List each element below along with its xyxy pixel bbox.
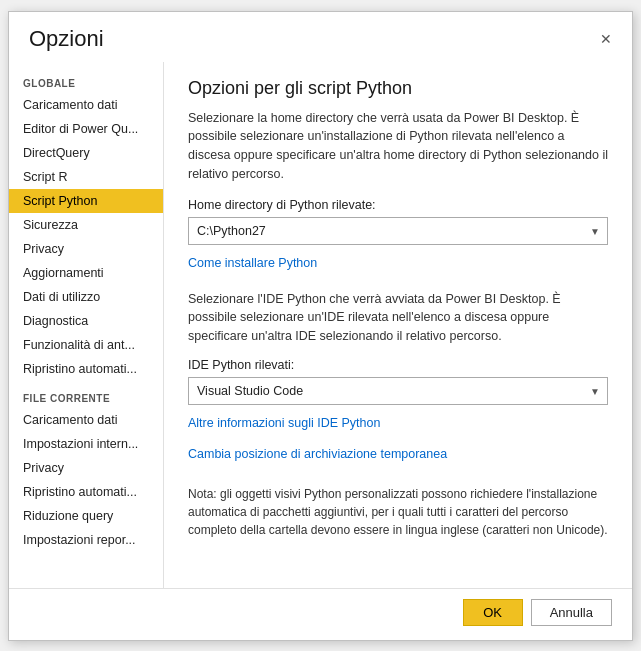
sidebar-section-file: FILE CORRENTE — [9, 381, 163, 408]
sidebar-item-script-r[interactable]: Script R — [9, 165, 163, 189]
ide-dropdown[interactable]: Visual Studio Code PyCharm IDLE — [188, 377, 608, 405]
sidebar-section-globale: GLOBALE — [9, 66, 163, 93]
dialog-footer: OK Annulla — [9, 588, 632, 640]
sidebar-item-diagnostica[interactable]: Diagnostica — [9, 309, 163, 333]
sidebar-item-riduzione-query[interactable]: Riduzione query — [9, 504, 163, 528]
sidebar-item-privacy[interactable]: Privacy — [9, 237, 163, 261]
dialog-title: Opzioni — [29, 26, 104, 52]
link-archiviazione[interactable]: Cambia posizione di archiviazione tempor… — [188, 447, 447, 461]
home-dir-dropdown[interactable]: C:\Python27 C:\Python36 C:\Python38 — [188, 217, 608, 245]
main-content: Opzioni per gli script Python Selezionar… — [164, 62, 632, 588]
link-ide-python[interactable]: Altre informazioni sugli IDE Python — [188, 416, 380, 430]
link-installare-python[interactable]: Come installare Python — [188, 256, 317, 270]
description-1: Selezionare la home directory che verrà … — [188, 109, 608, 184]
sidebar-item-impostazioni-repo[interactable]: Impostazioni repor... — [9, 528, 163, 552]
main-title: Opzioni per gli script Python — [188, 78, 608, 99]
ide-label: IDE Python rilevati: — [188, 358, 608, 372]
options-dialog: Opzioni ✕ GLOBALE Caricamento dati Edito… — [8, 11, 633, 641]
sidebar-item-script-python[interactable]: Script Python — [9, 189, 163, 213]
sidebar-item-impostazioni-intern[interactable]: Impostazioni intern... — [9, 432, 163, 456]
sidebar: GLOBALE Caricamento dati Editor di Power… — [9, 62, 164, 588]
ok-button[interactable]: OK — [463, 599, 523, 626]
sidebar-item-directquery[interactable]: DirectQuery — [9, 141, 163, 165]
sidebar-item-ripristino-file[interactable]: Ripristino automati... — [9, 480, 163, 504]
sidebar-item-editor-power-query[interactable]: Editor di Power Qu... — [9, 117, 163, 141]
home-dir-dropdown-wrapper: C:\Python27 C:\Python36 C:\Python38 ▼ — [188, 217, 608, 245]
sidebar-item-dati-utilizzo[interactable]: Dati di utilizzo — [9, 285, 163, 309]
dialog-body: GLOBALE Caricamento dati Editor di Power… — [9, 62, 632, 588]
note-text: Nota: gli oggetti visivi Python personal… — [188, 485, 608, 539]
home-dir-label: Home directory di Python rilevate: — [188, 198, 608, 212]
title-bar: Opzioni ✕ — [9, 12, 632, 62]
sidebar-item-aggiornamenti[interactable]: Aggiornamenti — [9, 261, 163, 285]
sidebar-item-funzionalita[interactable]: Funzionalità di ant... — [9, 333, 163, 357]
sidebar-item-caricamento-dati[interactable]: Caricamento dati — [9, 93, 163, 117]
sidebar-item-ripristino-globale[interactable]: Ripristino automati... — [9, 357, 163, 381]
sidebar-item-caricamento-dati-file[interactable]: Caricamento dati — [9, 408, 163, 432]
ide-dropdown-wrapper: Visual Studio Code PyCharm IDLE ▼ — [188, 377, 608, 405]
close-button[interactable]: ✕ — [596, 29, 616, 49]
cancel-button[interactable]: Annulla — [531, 599, 612, 626]
description-2: Selezionare l'IDE Python che verrà avvia… — [188, 290, 608, 346]
sidebar-item-sicurezza[interactable]: Sicurezza — [9, 213, 163, 237]
sidebar-item-privacy-file[interactable]: Privacy — [9, 456, 163, 480]
